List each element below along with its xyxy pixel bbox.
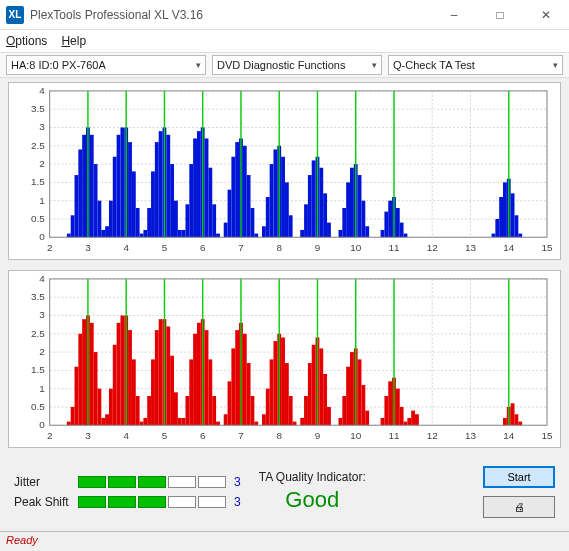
svg-text:6: 6 <box>200 430 206 441</box>
svg-rect-86 <box>224 223 228 238</box>
maximize-button[interactable]: □ <box>477 0 523 30</box>
svg-text:9: 9 <box>315 242 321 253</box>
svg-rect-46 <box>67 234 71 238</box>
test-dropdown[interactable]: Q-Check TA Test▾ <box>388 55 563 75</box>
menu-options[interactable]: Options <box>6 34 47 48</box>
chart-top: 00.511.522.533.5423456789101112131415 <box>8 82 561 260</box>
svg-rect-264 <box>365 411 369 426</box>
svg-rect-267 <box>388 381 392 425</box>
svg-text:11: 11 <box>388 430 399 441</box>
svg-rect-238 <box>251 396 255 425</box>
device-dropdown[interactable]: HA:8 ID:0 PX-760A▾ <box>6 55 206 75</box>
svg-rect-209 <box>136 396 140 425</box>
svg-rect-193 <box>75 367 79 426</box>
svg-rect-194 <box>78 334 82 425</box>
svg-rect-133 <box>518 234 522 238</box>
svg-rect-117 <box>361 201 365 238</box>
minimize-button[interactable]: – <box>431 0 477 30</box>
svg-rect-269 <box>396 389 400 426</box>
svg-rect-58 <box>113 157 117 237</box>
svg-rect-132 <box>514 215 518 237</box>
svg-rect-242 <box>270 359 274 425</box>
svg-rect-265 <box>381 418 385 425</box>
svg-text:14: 14 <box>503 242 514 253</box>
svg-text:0: 0 <box>39 231 45 242</box>
svg-rect-249 <box>300 418 304 425</box>
svg-rect-262 <box>358 359 362 425</box>
svg-rect-127 <box>495 219 499 237</box>
svg-text:10: 10 <box>350 430 361 441</box>
close-button[interactable]: ✕ <box>523 0 569 30</box>
svg-rect-215 <box>159 319 163 425</box>
svg-text:3.5: 3.5 <box>31 291 45 302</box>
svg-rect-60 <box>120 127 124 237</box>
svg-rect-74 <box>174 201 178 238</box>
svg-rect-208 <box>132 359 136 425</box>
svg-rect-102 <box>289 215 293 237</box>
svg-text:8: 8 <box>276 242 282 253</box>
svg-text:1: 1 <box>39 195 45 206</box>
svg-rect-110 <box>327 223 331 238</box>
svg-text:2: 2 <box>39 158 44 169</box>
svg-text:1: 1 <box>39 383 45 394</box>
svg-rect-66 <box>143 230 147 237</box>
svg-rect-260 <box>350 352 354 425</box>
svg-rect-72 <box>166 135 170 237</box>
svg-rect-270 <box>400 407 404 425</box>
svg-rect-48 <box>75 175 79 237</box>
svg-rect-106 <box>312 160 316 237</box>
svg-rect-121 <box>388 201 392 238</box>
svg-rect-105 <box>308 175 312 237</box>
svg-rect-259 <box>346 367 350 426</box>
svg-rect-125 <box>404 234 408 238</box>
svg-rect-126 <box>492 234 496 238</box>
svg-rect-75 <box>178 230 182 237</box>
svg-rect-277 <box>511 403 515 425</box>
svg-text:2: 2 <box>47 430 53 441</box>
svg-rect-79 <box>193 138 197 237</box>
print-button[interactable]: 🖨 <box>483 496 555 518</box>
svg-rect-59 <box>117 135 121 237</box>
svg-text:2.5: 2.5 <box>31 140 45 151</box>
statusbar: Ready <box>0 531 569 551</box>
svg-rect-251 <box>308 363 312 425</box>
start-button[interactable]: Start <box>483 466 555 488</box>
svg-rect-47 <box>71 215 75 237</box>
svg-rect-221 <box>182 418 186 425</box>
svg-rect-83 <box>208 168 212 238</box>
svg-rect-114 <box>350 168 354 238</box>
svg-rect-212 <box>147 396 151 425</box>
category-dropdown[interactable]: DVD Diagnostic Functions▾ <box>212 55 382 75</box>
svg-rect-258 <box>342 396 346 425</box>
svg-rect-255 <box>323 374 327 425</box>
svg-text:2: 2 <box>39 346 44 357</box>
svg-rect-218 <box>170 356 174 426</box>
svg-text:0.5: 0.5 <box>31 401 45 412</box>
svg-rect-100 <box>281 157 285 237</box>
svg-text:12: 12 <box>427 430 438 441</box>
svg-rect-272 <box>407 418 411 425</box>
svg-rect-77 <box>185 204 189 237</box>
svg-text:15: 15 <box>542 430 553 441</box>
svg-rect-91 <box>243 146 247 237</box>
svg-text:6: 6 <box>200 242 206 253</box>
svg-rect-123 <box>396 208 400 237</box>
svg-rect-213 <box>151 359 155 425</box>
svg-rect-112 <box>342 208 346 237</box>
svg-text:3: 3 <box>39 309 45 320</box>
ta-quality-label: TA Quality Indicator: <box>259 470 366 486</box>
svg-rect-80 <box>197 131 201 237</box>
svg-rect-118 <box>365 226 369 237</box>
svg-rect-95 <box>262 226 266 237</box>
svg-rect-233 <box>231 348 235 425</box>
svg-rect-68 <box>151 171 155 237</box>
svg-rect-241 <box>266 389 270 426</box>
svg-rect-243 <box>273 341 277 425</box>
chevron-down-icon: ▾ <box>553 60 558 70</box>
svg-rect-56 <box>105 226 109 237</box>
svg-rect-217 <box>166 326 170 425</box>
svg-rect-201 <box>105 414 109 425</box>
svg-text:14: 14 <box>503 430 514 441</box>
svg-rect-232 <box>228 381 232 425</box>
menu-help[interactable]: Help <box>61 34 86 48</box>
